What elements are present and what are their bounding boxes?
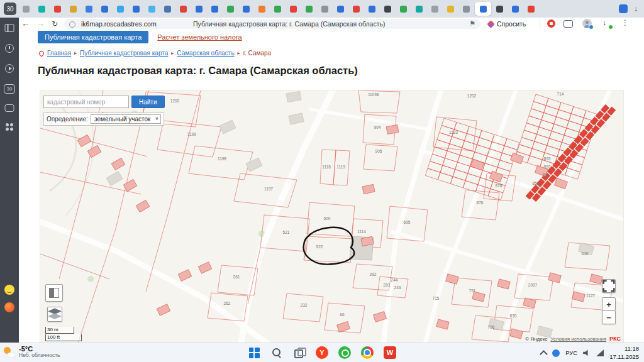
search-icon [272,348,282,358]
browser-tab[interactable] [302,2,316,16]
browser-tab[interactable] [508,2,523,16]
browser-tab[interactable] [396,2,411,16]
site-nav-tab[interactable]: Публичная кадастровая карта [38,31,148,43]
browser-tab[interactable] [365,2,379,16]
browser-tab[interactable] [318,2,332,16]
find-button[interactable]: Найти [131,96,165,108]
tab-favicon-icon [180,6,187,13]
chat-extension-icon[interactable] [564,20,573,28]
browser-tab[interactable] [50,2,65,16]
yandex-browser-icon: Y [316,346,328,359]
browser-tab[interactable] [380,2,395,16]
browser-tab[interactable] [333,2,348,16]
browser-tab[interactable] [412,2,426,16]
chrome-button[interactable] [360,346,374,359]
browser-tab[interactable] [176,2,191,16]
zoom-out-button[interactable]: − [602,310,616,324]
definition-select[interactable]: земельный участок ∨ [91,114,161,124]
breadcrumb-item[interactable]: Публичная кадастровая карта [80,50,168,57]
weather-widget[interactable]: -5°C Неб. облачность [4,345,60,358]
sidebar-panel-icon[interactable] [5,24,14,32]
url-text[interactable]: ik6map.roscadastres.com [81,20,157,28]
site-nav-tab[interactable]: Расчет земельного налога [157,33,242,41]
forward-icon[interactable]: → [36,18,45,30]
map-search-panel: Найти [43,96,165,108]
browser-tab[interactable] [443,2,458,16]
tab-favicon-icon [337,6,344,13]
weather-icon [4,347,15,357]
tray-app-icon[interactable] [552,349,560,357]
history-icon[interactable] [5,44,14,53]
task-view-button[interactable] [292,346,306,359]
downloads-strip-icon[interactable]: ↓ [634,4,638,13]
browser-tab[interactable] [270,2,285,16]
breadcrumb-item[interactable]: Самарская область [177,50,234,57]
cadastral-map[interactable]: 1200119911981197521500522111469590590411… [40,90,624,344]
browser-tab[interactable] [349,2,364,16]
bookmark-flag-icon[interactable]: ⚑ [469,19,475,28]
browser-tab[interactable] [145,2,159,16]
menu-dots-icon[interactable]: ⋮ [621,18,629,27]
tab-favicon-icon [400,6,407,13]
network-icon[interactable] [596,349,604,356]
cadastral-number-input[interactable] [43,96,129,108]
adblock-icon[interactable] [547,19,555,28]
system-tray: РУС 11:18 17.11.2025 [541,343,639,362]
taskbar-center: Y W [247,346,397,359]
browser-tab[interactable] [66,2,80,16]
browser-tab[interactable] [160,2,175,16]
tab-counter-button[interactable]: 30 [4,3,16,15]
whatsapp-button[interactable] [338,346,352,359]
media-player-icon[interactable] [5,64,14,73]
address-bar[interactable]: ik6map.roscadastres.com Публичная кадаст… [64,19,480,29]
browser-tab[interactable] [286,2,301,16]
browser-tab[interactable] [524,2,538,16]
windows-icon [249,348,260,358]
browser-tab[interactable] [428,2,442,16]
site-info-icon[interactable] [69,21,75,28]
terms-link[interactable]: Условия использования [550,336,606,342]
taskbar-search-button[interactable] [270,346,284,359]
language-indicator[interactable]: РУС [565,349,577,356]
browser-tab[interactable] [255,2,269,16]
volume-icon[interactable] [583,349,591,357]
alice-icon[interactable] [4,302,14,312]
word-button[interactable]: W [383,346,397,359]
side-panel-icon[interactable] [619,4,628,13]
smiley-service-icon[interactable] [4,285,14,295]
browser-tab[interactable] [35,2,49,16]
browser-tab[interactable] [129,2,143,16]
tab-favicon-icon [306,6,313,13]
browser-tab[interactable] [113,2,128,16]
layers-button[interactable] [47,307,62,322]
back-icon[interactable]: ← [21,18,30,30]
reload-icon[interactable]: ↻ [52,18,58,30]
zoom-in-button[interactable]: + [602,297,616,311]
tab-counter-badge[interactable]: 30 [4,84,15,94]
taskbar-clock[interactable]: 11:18 17.11.2025 [609,345,639,361]
browser-tab[interactable] [475,2,491,16]
apps-grid-icon[interactable] [6,123,13,131]
downloads-icon[interactable]: ↓ [602,18,606,27]
browser-tab[interactable] [459,2,474,16]
breadcrumb-separator-icon: ▸ [74,50,77,56]
ask-alice-button[interactable]: Спросить [488,18,526,30]
browser-tab[interactable] [492,2,507,16]
browser-tab[interactable] [82,2,96,16]
chevron-up-icon[interactable] [540,350,548,358]
tab-favicon-icon [447,6,454,13]
yandex-browser-button[interactable]: Y [315,346,329,359]
browser-tab[interactable] [208,2,222,16]
breadcrumb-item[interactable]: Главная [47,50,71,57]
tab-favicon-icon [148,6,155,13]
fullscreen-button[interactable] [602,279,616,293]
messenger-icon[interactable] [5,104,14,112]
browser-tab[interactable] [192,2,206,16]
browser-tab[interactable] [97,2,112,16]
breadcrumb-item[interactable]: г. Самара [243,50,271,57]
start-button[interactable] [247,346,261,359]
base-layer-button[interactable] [45,284,63,302]
browser-tab[interactable] [239,2,253,16]
browser-tab[interactable] [223,2,238,16]
browser-tab[interactable] [19,2,33,16]
